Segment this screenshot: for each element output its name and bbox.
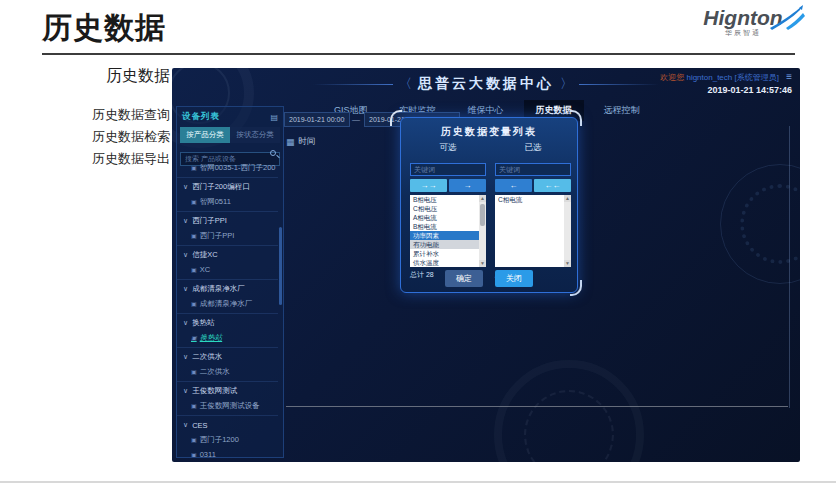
tree-item[interactable]: ∨西门子PPI	[177, 211, 278, 228]
chevron-down-icon: ∨	[183, 285, 188, 293]
dashboard-screenshot: 〈 思普云大数据中心 〉 欢迎您 hignton_tech [系统管理员] ≡ …	[172, 68, 800, 462]
nav-tab[interactable]: 远程控制	[592, 100, 652, 121]
available-search-input[interactable]	[410, 163, 486, 176]
tree-item[interactable]: ▣0311	[177, 447, 278, 457]
variable-list-item[interactable]: C相电流	[495, 195, 571, 204]
scroll-down-icon[interactable]: ▼	[564, 260, 571, 267]
brand-logo: Hignton 华辰智通	[684, 6, 802, 38]
variable-list-modal: 历史数据变量列表 可选 →→ → B相电压C相电压A相电流B相电流功率因素有功电…	[400, 117, 578, 293]
device-icon: ▣	[191, 402, 197, 409]
username-text[interactable]: hignton_tech [系统管理员]	[686, 73, 778, 82]
tree-item[interactable]: ▣二次供水	[177, 364, 278, 379]
tree-item-label: 西门子200编程口	[192, 182, 250, 192]
date-separator: —	[352, 115, 360, 124]
scroll-down-icon[interactable]: ▼	[479, 260, 486, 267]
tree-item-label: 成都清泉净水厂	[200, 299, 253, 309]
tree-item-label: 王俊数网测试设备	[200, 401, 260, 411]
scroll-thumb[interactable]	[480, 204, 485, 226]
chevron-down-icon: ∨	[183, 421, 188, 429]
title-bracket-right: 〉	[560, 75, 573, 93]
variable-list-item[interactable]: C相电压	[410, 204, 486, 213]
device-panel-tab[interactable]: 按产品分类	[180, 127, 230, 143]
device-panel-tab[interactable]: 按状态分类	[230, 127, 280, 143]
page-title: 历史数据	[42, 8, 166, 49]
scroll-up-icon[interactable]: ▲	[564, 195, 571, 202]
move-all-right-button[interactable]: →→	[410, 179, 447, 192]
tree-item[interactable]: ▣智网0035-1-西门子200	[177, 160, 278, 175]
device-icon: ▣	[191, 334, 197, 341]
table-divider	[286, 406, 788, 407]
device-icon: ▣	[191, 451, 197, 457]
variable-list-item[interactable]: 供水温度	[410, 258, 486, 267]
main-scrollbar[interactable]	[789, 126, 790, 408]
selected-label: 已选	[495, 142, 571, 154]
selected-search-input[interactable]	[495, 163, 571, 176]
tree-item[interactable]: ▣智网0511	[177, 194, 278, 209]
device-icon: ▣	[191, 164, 197, 171]
tree-item-label: 信捷XC	[192, 250, 217, 260]
date-from-input[interactable]	[284, 112, 350, 127]
available-list: B相电压C相电压A相电流B相电流功率因素有功电能累计补水供水温度 ▲ ▼	[410, 195, 486, 267]
sidebar-item-query[interactable]: 历史数据查询	[40, 104, 170, 126]
available-column: 可选 →→ → B相电压C相电压A相电流B相电流功率因素有功电能累计补水供水温度…	[410, 142, 486, 280]
panel-collapse-icon[interactable]: ▤	[270, 113, 278, 122]
available-list-scrollbar[interactable]: ▲ ▼	[479, 195, 486, 267]
move-all-left-button[interactable]: ←←	[534, 179, 571, 192]
scroll-up-icon[interactable]: ▲	[479, 195, 486, 202]
decor-circle	[720, 164, 800, 284]
tree-item[interactable]: ▣西门子PPI	[177, 228, 278, 243]
close-button[interactable]: 关闭	[495, 270, 533, 287]
tree-item[interactable]: ▣王俊数网测试设备	[177, 398, 278, 413]
tree-item-label: 换热站	[200, 333, 223, 343]
tree-item[interactable]: ∨成都清泉净水厂	[177, 279, 278, 296]
slide-page: 历史数据 Hignton 华辰智通 历史数据 历史数据查询 历史数据检索 历史数…	[0, 0, 836, 483]
title-line-left	[313, 84, 393, 85]
sidebar-item-search[interactable]: 历史数据检索	[40, 126, 170, 148]
tree-item[interactable]: ▣成都清泉净水厂	[177, 296, 278, 311]
device-icon: ▣	[191, 198, 197, 205]
variable-list-item[interactable]: 功率因素	[410, 231, 486, 240]
tree-item[interactable]: ∨王俊数网测试	[177, 381, 278, 398]
variable-list-item[interactable]: 累计补水	[410, 249, 486, 258]
title-line-right	[579, 84, 659, 85]
device-icon: ▣	[191, 436, 197, 443]
decor-circle	[524, 390, 614, 462]
tree-item[interactable]: ∨CES	[177, 415, 278, 432]
chevron-down-icon: ∨	[183, 353, 188, 361]
confirm-button[interactable]: 确定	[445, 270, 483, 287]
variable-list-item[interactable]: B相电压	[410, 195, 486, 204]
datetime-text: 2019-01-21 14:57:46	[660, 85, 792, 95]
tree-item[interactable]: ∨信捷XC	[177, 245, 278, 262]
variable-list-item[interactable]: B相电流	[410, 222, 486, 231]
sidebar-item-export[interactable]: 历史数据导出	[40, 148, 170, 170]
title-divider	[42, 53, 795, 55]
tree-item-label: 西门子PPI	[200, 231, 235, 241]
variable-list-item[interactable]: 有功电能	[410, 240, 486, 249]
selected-list-scrollbar[interactable]: ▲ ▼	[564, 195, 571, 267]
tree-item[interactable]: ▣换热站	[177, 330, 278, 345]
device-panel-tabs: 按产品分类按状态分类	[180, 127, 280, 143]
tree-item[interactable]: ▣西门子1200	[177, 432, 278, 447]
menu-icon[interactable]: ≡	[786, 71, 792, 82]
sidebar-menu: 历史数据查询 历史数据检索 历史数据导出	[40, 104, 170, 170]
tree-item[interactable]: ∨换热站	[177, 313, 278, 330]
tree-item[interactable]: ∨二次供水	[177, 347, 278, 364]
decor-circle	[740, 184, 800, 264]
tree-item-label: 王俊数网测试	[192, 386, 237, 396]
panel-scrollbar[interactable]	[279, 227, 282, 305]
table-header-time: ▦ 时间	[286, 136, 316, 148]
tree-item[interactable]: ∨西门子200编程口	[177, 177, 278, 194]
decor-circle	[494, 360, 644, 462]
move-one-right-button[interactable]: →	[449, 179, 486, 192]
tree-item[interactable]: ▣XC	[177, 262, 278, 277]
tree-item-label: 成都清泉净水厂	[192, 284, 245, 294]
move-one-left-button[interactable]: ←	[495, 179, 532, 192]
welcome-text: 欢迎您	[660, 73, 684, 82]
variable-list-item[interactable]: A相电流	[410, 213, 486, 222]
tree-item-label: 智网0035-1-西门子200	[200, 163, 276, 173]
dashboard-header: 〈 思普云大数据中心 〉 欢迎您 hignton_tech [系统管理员] ≡ …	[172, 68, 800, 102]
device-list-panel: 设备列表 ▤ 按产品分类按状态分类 ▣智网0035-1-西门子200∨西门子20…	[176, 106, 284, 458]
device-icon: ▣	[191, 232, 197, 239]
device-list-title: 设备列表	[182, 111, 220, 123]
tree-item-label: CES	[192, 421, 207, 430]
